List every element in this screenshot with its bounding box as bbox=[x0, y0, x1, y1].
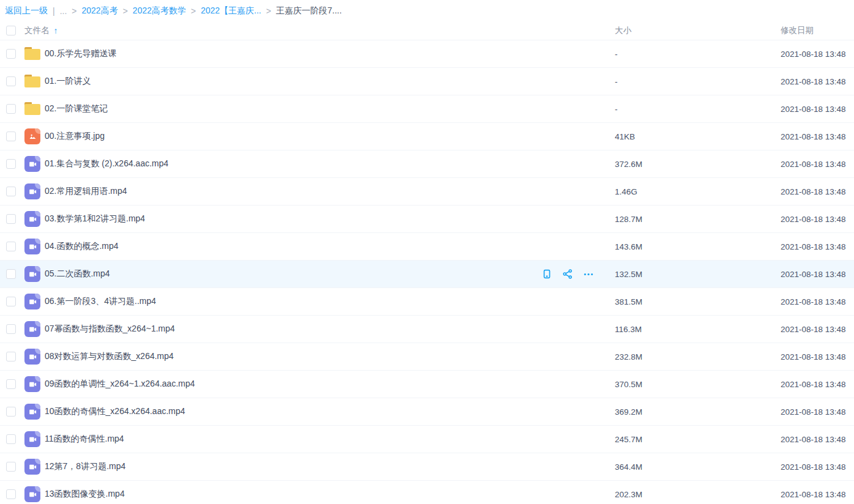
file-modified-date: 2021-08-18 13:48 bbox=[781, 380, 854, 389]
file-size: 202.3M bbox=[615, 490, 781, 499]
row-checkbox[interactable] bbox=[6, 159, 16, 169]
row-checkbox[interactable] bbox=[6, 379, 16, 389]
file-row[interactable]: 12第7，8讲习题.mp4 bbox=[0, 453, 854, 481]
file-name[interactable]: 00.乐学先导赠送课 bbox=[45, 48, 116, 59]
file-row[interactable]: 03.数学第1和2讲习题.mp4 bbox=[0, 206, 854, 233]
file-name[interactable]: 01.一阶讲义 bbox=[45, 76, 91, 87]
column-header-modified-date[interactable]: 修改日期 bbox=[781, 25, 854, 36]
file-name[interactable]: 12第7，8讲习题.mp4 bbox=[45, 461, 125, 472]
file-name[interactable]: 01.集合与复数 (2).x264.aac.mp4 bbox=[45, 158, 168, 169]
breadcrumb-link-2022gaokao[interactable]: 2022高考 bbox=[82, 6, 118, 17]
file-row[interactable]: 04.函数的概念.mp4 bbox=[0, 233, 854, 261]
breadcrumb-divider: | bbox=[53, 6, 55, 16]
file-row[interactable]: 07幂函数与指数函数_x264~1.mp4 bbox=[0, 316, 854, 343]
row-checkbox[interactable] bbox=[6, 104, 16, 114]
folder-icon bbox=[24, 74, 40, 89]
video-file-icon bbox=[24, 294, 40, 309]
file-modified-date: 2021-08-18 13:48 bbox=[781, 187, 854, 196]
file-size: 1.46G bbox=[615, 187, 781, 196]
row-checkbox[interactable] bbox=[6, 132, 16, 141]
file-list: 00.乐学先导赠送课 bbox=[0, 40, 854, 504]
row-checkbox[interactable] bbox=[6, 187, 16, 196]
file-modified-date: 2021-08-18 13:48 bbox=[781, 462, 854, 472]
file-name[interactable]: 11函数的奇偶性.mp4 bbox=[45, 434, 124, 445]
file-size: - bbox=[615, 105, 781, 114]
row-checkbox[interactable] bbox=[6, 324, 16, 334]
row-checkbox[interactable] bbox=[6, 462, 16, 472]
column-header-filename[interactable]: 文件名 bbox=[24, 25, 50, 36]
video-file-icon bbox=[24, 156, 40, 172]
row-checkbox[interactable] bbox=[6, 242, 16, 251]
video-file-icon bbox=[24, 431, 40, 447]
file-row[interactable]: 01.集合与复数 (2).x264.aac.mp4 bbox=[0, 150, 854, 178]
row-checkbox[interactable] bbox=[6, 489, 16, 499]
file-manager-page: 返回上一级 | ... > 2022高考 > 2022高考数学 > 2022【王… bbox=[0, 0, 854, 504]
row-checkbox[interactable] bbox=[6, 434, 16, 444]
file-row[interactable]: 05.二次函数.mp4 bbox=[0, 261, 854, 288]
row-checkbox[interactable] bbox=[6, 76, 16, 86]
row-checkbox[interactable] bbox=[6, 214, 16, 224]
file-modified-date: 2021-08-18 13:48 bbox=[781, 352, 854, 361]
file-modified-date: 2021-08-18 13:48 bbox=[781, 215, 854, 224]
file-size: 116.3M bbox=[615, 325, 781, 334]
video-file-icon bbox=[24, 321, 40, 337]
file-row[interactable]: 11函数的奇偶性.mp4 bbox=[0, 426, 854, 453]
file-size: 369.2M bbox=[615, 407, 781, 417]
more-actions-icon[interactable] bbox=[583, 269, 594, 280]
breadcrumb-link-2022gaokao-math[interactable]: 2022高考数学 bbox=[133, 6, 186, 17]
file-row[interactable]: 10函数的奇偶性_x264.x264.aac.mp4 bbox=[0, 398, 854, 426]
file-name[interactable]: 02.一阶课堂笔记 bbox=[45, 103, 108, 114]
file-row[interactable]: 02.常用逻辑用语.mp4 bbox=[0, 178, 854, 206]
breadcrumb-current-folder: 王嘉庆一阶段7.... bbox=[276, 6, 341, 17]
folder-icon bbox=[24, 46, 40, 61]
share-icon[interactable] bbox=[562, 269, 573, 280]
breadcrumb-separator: > bbox=[123, 6, 128, 16]
file-row[interactable]: 09函数的单调性_x264~1.x264.aac.mp4 bbox=[0, 371, 854, 398]
sort-ascending-icon[interactable]: ↑ bbox=[54, 26, 58, 35]
file-modified-date: 2021-08-18 13:48 bbox=[781, 297, 854, 306]
file-name[interactable]: 13函数图像变换.mp4 bbox=[45, 489, 125, 500]
file-name[interactable]: 06.第一阶段3、4讲习题..mp4 bbox=[45, 296, 156, 307]
file-modified-date: 2021-08-18 13:48 bbox=[781, 325, 854, 334]
file-size: 232.8M bbox=[615, 352, 781, 361]
file-row[interactable]: 01.一阶讲义 bbox=[0, 68, 854, 95]
select-all-checkbox[interactable] bbox=[6, 26, 16, 35]
breadcrumb-ellipsis: ... bbox=[60, 6, 67, 16]
table-header: 文件名 ↑ 大小 修改日期 bbox=[0, 21, 854, 40]
breadcrumb-link-wangjiaqing[interactable]: 2022【王嘉庆... bbox=[201, 6, 261, 17]
file-size: 132.5M bbox=[615, 270, 781, 279]
file-row[interactable]: 02.一阶课堂笔记 bbox=[0, 95, 854, 123]
file-name[interactable]: 07幂函数与指数函数_x264~1.mp4 bbox=[45, 324, 175, 335]
video-file-icon bbox=[24, 404, 40, 420]
row-checkbox[interactable] bbox=[6, 297, 16, 306]
file-size: 128.7M bbox=[615, 215, 781, 224]
file-row[interactable]: 08对数运算与对数函数_x264.mp4 bbox=[0, 343, 854, 371]
file-size: - bbox=[615, 77, 781, 86]
file-modified-date: 2021-08-18 13:48 bbox=[781, 105, 854, 114]
file-modified-date: 2021-08-18 13:48 bbox=[781, 77, 854, 86]
file-name[interactable]: 04.函数的概念.mp4 bbox=[45, 241, 119, 252]
file-modified-date: 2021-08-18 13:48 bbox=[781, 160, 854, 169]
row-checkbox[interactable] bbox=[6, 407, 16, 417]
row-checkbox[interactable] bbox=[6, 49, 16, 59]
video-file-icon bbox=[24, 459, 40, 475]
row-checkbox[interactable] bbox=[6, 269, 16, 279]
file-row[interactable]: 00.注意事项.jpg bbox=[0, 123, 854, 150]
video-file-icon bbox=[24, 239, 40, 254]
file-name[interactable]: 03.数学第1和2讲习题.mp4 bbox=[45, 213, 145, 224]
file-name[interactable]: 09函数的单调性_x264~1.x264.aac.mp4 bbox=[45, 379, 195, 390]
file-row[interactable]: 13函数图像变换.mp4 bbox=[0, 481, 854, 504]
file-name[interactable]: 02.常用逻辑用语.mp4 bbox=[45, 186, 127, 197]
column-header-size[interactable]: 大小 bbox=[615, 25, 781, 36]
file-modified-date: 2021-08-18 13:48 bbox=[781, 270, 854, 279]
file-name[interactable]: 05.二次函数.mp4 bbox=[45, 269, 110, 280]
file-name[interactable]: 08对数运算与对数函数_x264.mp4 bbox=[45, 351, 174, 362]
file-name[interactable]: 00.注意事项.jpg bbox=[45, 131, 105, 142]
file-name[interactable]: 10函数的奇偶性_x264.x264.aac.mp4 bbox=[45, 406, 185, 417]
file-row[interactable]: 00.乐学先导赠送课 bbox=[0, 40, 854, 68]
row-checkbox[interactable] bbox=[6, 352, 16, 361]
back-to-parent-link[interactable]: 返回上一级 bbox=[5, 6, 48, 17]
video-file-icon bbox=[24, 376, 40, 392]
send-to-device-icon[interactable] bbox=[541, 269, 552, 280]
file-row[interactable]: 06.第一阶段3、4讲习题..mp4 bbox=[0, 288, 854, 316]
